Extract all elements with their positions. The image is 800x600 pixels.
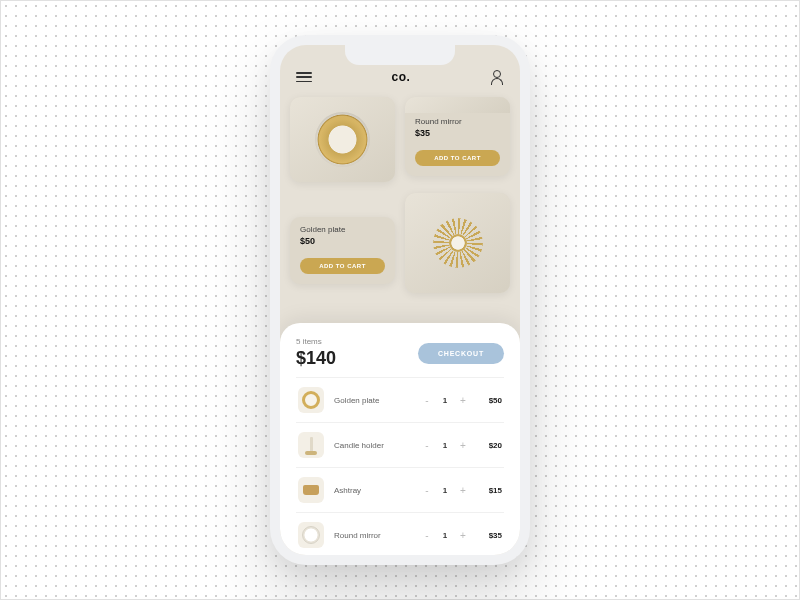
qty-decrease-button[interactable]: - <box>422 440 432 451</box>
cart-item: Round mirror - 1 + $35 <box>296 512 504 555</box>
product-card[interactable] <box>290 97 395 182</box>
cart-item: Candle holder - 1 + $20 <box>296 422 504 467</box>
product-name: Round mirror <box>415 117 500 126</box>
cart-item: Ashtray - 1 + $15 <box>296 467 504 512</box>
item-price: $15 <box>468 486 502 495</box>
item-qty: 1 <box>440 396 450 405</box>
item-name: Candle holder <box>334 441 422 450</box>
item-thumb <box>298 477 324 503</box>
qty-increase-button[interactable]: + <box>458 530 468 541</box>
cart-count: 5 items <box>296 337 336 346</box>
product-card[interactable] <box>405 193 510 293</box>
notch <box>345 45 455 65</box>
qty-increase-button[interactable]: + <box>458 440 468 451</box>
product-card[interactable]: Round mirror $35 ADD TO CART <box>405 97 510 176</box>
product-image <box>405 193 510 293</box>
user-icon[interactable] <box>490 70 504 84</box>
item-price: $50 <box>468 396 502 405</box>
qty-decrease-button[interactable]: - <box>422 530 432 541</box>
product-card[interactable]: Golden plate $50 ADD TO CART <box>290 217 395 284</box>
product-grid: Round mirror $35 ADD TO CART Golden plat… <box>280 93 520 323</box>
menu-icon[interactable] <box>296 72 312 82</box>
product-image <box>290 97 395 182</box>
cart-item: Golden plate - 1 + $50 <box>296 377 504 422</box>
qty-decrease-button[interactable]: - <box>422 485 432 496</box>
product-name: Golden plate <box>300 225 385 234</box>
add-to-cart-button[interactable]: ADD TO CART <box>415 150 500 166</box>
item-name: Round mirror <box>334 531 422 540</box>
brand-logo: co. <box>392 70 411 84</box>
cart-panel: 5 items $140 CHECKOUT Golden plate - 1 +… <box>280 323 520 555</box>
item-thumb <box>298 432 324 458</box>
product-image <box>405 97 510 113</box>
item-thumb <box>298 522 324 548</box>
item-name: Golden plate <box>334 396 422 405</box>
item-thumb <box>298 387 324 413</box>
item-name: Ashtray <box>334 486 422 495</box>
qty-increase-button[interactable]: + <box>458 485 468 496</box>
qty-increase-button[interactable]: + <box>458 395 468 406</box>
cart-total: $140 <box>296 348 336 369</box>
item-qty: 1 <box>440 441 450 450</box>
qty-decrease-button[interactable]: - <box>422 395 432 406</box>
product-price: $35 <box>415 128 500 138</box>
item-price: $20 <box>468 441 502 450</box>
add-to-cart-button[interactable]: ADD TO CART <box>300 258 385 274</box>
item-qty: 1 <box>440 486 450 495</box>
product-price: $50 <box>300 236 385 246</box>
checkout-button[interactable]: CHECKOUT <box>418 343 504 364</box>
item-price: $35 <box>468 531 502 540</box>
phone-mockup: co. Round mirror $35 ADD TO CART Golden … <box>270 35 530 565</box>
screen: co. Round mirror $35 ADD TO CART Golden … <box>280 45 520 555</box>
item-qty: 1 <box>440 531 450 540</box>
